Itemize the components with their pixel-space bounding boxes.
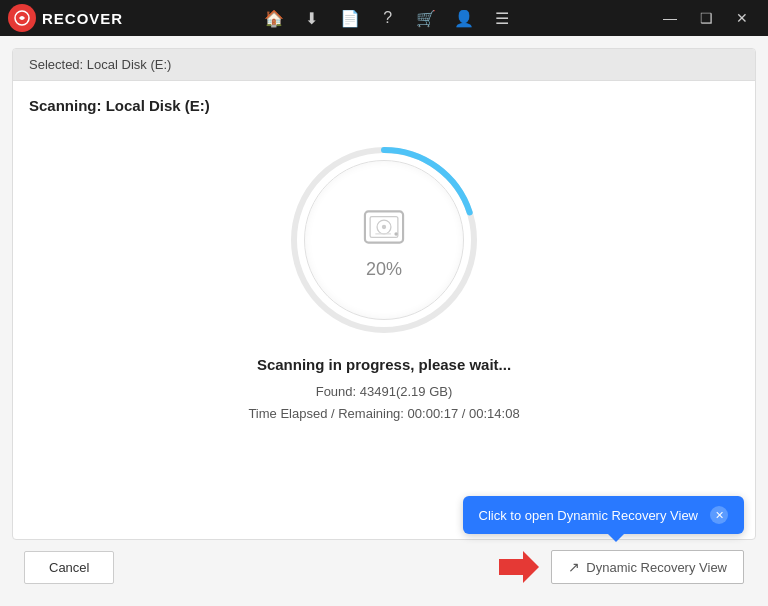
hdd-icon bbox=[358, 201, 410, 253]
maximize-button[interactable]: ❑ bbox=[688, 0, 724, 36]
card-header: Selected: Local Disk (E:) bbox=[13, 49, 755, 81]
scan-card: Selected: Local Disk (E:) Scanning: Loca… bbox=[12, 48, 756, 540]
bottom-bar: Cancel Click to open Dynamic Recovery Vi… bbox=[12, 540, 756, 594]
svg-point-6 bbox=[382, 224, 386, 228]
window-controls: — ❑ ✕ bbox=[652, 0, 760, 36]
svg-marker-9 bbox=[499, 551, 539, 583]
progress-inner: 20% bbox=[304, 160, 464, 320]
red-arrow-icon bbox=[499, 551, 539, 583]
svg-point-7 bbox=[394, 232, 397, 235]
scan-title: Scanning: Local Disk (E:) bbox=[29, 97, 210, 114]
app-name: RECOVER bbox=[42, 10, 123, 27]
dynamic-recovery-button[interactable]: ↗ Dynamic Recovery View bbox=[551, 550, 744, 584]
scan-status: Scanning in progress, please wait... bbox=[257, 356, 511, 373]
progress-percent: 20% bbox=[366, 259, 402, 280]
cancel-button[interactable]: Cancel bbox=[24, 551, 114, 584]
scan-info: Found: 43491(2.19 GB) Time Elapsed / Rem… bbox=[248, 381, 519, 425]
found-info: Found: 43491(2.19 GB) bbox=[248, 381, 519, 403]
arrow-icon bbox=[499, 551, 539, 583]
time-info: Time Elapsed / Remaining: 00:00:17 / 00:… bbox=[248, 403, 519, 425]
card-body: Scanning: Local Disk (E:) bbox=[13, 81, 755, 539]
app-logo bbox=[8, 4, 36, 32]
tooltip-close-button[interactable]: ✕ bbox=[710, 506, 728, 524]
nav-user[interactable]: 👤 bbox=[446, 0, 482, 36]
nav-file[interactable]: 📄 bbox=[332, 0, 368, 36]
minimize-button[interactable]: — bbox=[652, 0, 688, 36]
nav-menu[interactable]: ☰ bbox=[484, 0, 520, 36]
dynamic-btn-icon: ↗ bbox=[568, 559, 580, 575]
titlebar-left: RECOVER bbox=[8, 4, 123, 32]
nav-home[interactable]: 🏠 bbox=[256, 0, 292, 36]
nav-download[interactable]: ⬇ bbox=[294, 0, 330, 36]
nav-help[interactable]: ? bbox=[370, 0, 406, 36]
tooltip: Click to open Dynamic Recovery View ✕ bbox=[463, 496, 744, 534]
main-content: Selected: Local Disk (E:) Scanning: Loca… bbox=[0, 36, 768, 606]
tooltip-text: Click to open Dynamic Recovery View bbox=[479, 508, 698, 523]
titlebar-nav: 🏠 ⬇ 📄 ? 🛒 👤 ☰ bbox=[123, 0, 652, 36]
close-button[interactable]: ✕ bbox=[724, 0, 760, 36]
dynamic-btn-label: Dynamic Recovery View bbox=[586, 560, 727, 575]
titlebar: RECOVER 🏠 ⬇ 📄 ? 🛒 👤 ☰ — ❑ ✕ bbox=[0, 0, 768, 36]
progress-container: 20% bbox=[284, 140, 484, 340]
nav-cart[interactable]: 🛒 bbox=[408, 0, 444, 36]
